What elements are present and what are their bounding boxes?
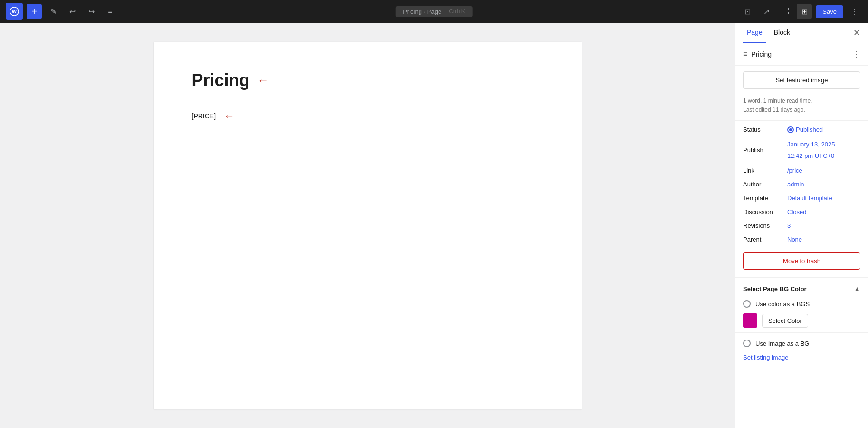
set-featured-image-button[interactable]: Set featured image [743,71,860,89]
breadcrumb-text: Pricing · Page [403,8,441,15]
discussion-value[interactable]: Closed [787,208,806,215]
bg-color-section-title: Select Page BG Color [743,285,807,292]
color-swatch[interactable] [743,313,757,328]
bg-color-section-header[interactable]: Select Page BG Color ▲ [735,280,868,297]
sidebar-section-header: ≡ Pricing ⋮ [735,43,868,66]
use-color-label: Use color as a BGS [755,301,810,308]
main-layout: Pricing ← [PRICE] ← Page Block ✕ ≡ Prici… [0,23,868,428]
set-listing-image-link[interactable]: Set listing image [735,352,868,363]
sidebar-meta: 1 word, 1 minute read time. Last edited … [735,95,868,118]
page-heading: Pricing [192,70,250,90]
author-row: Author admin [735,177,868,191]
redo-button[interactable]: ↪ [84,4,99,19]
use-color-radio[interactable] [743,300,751,308]
view-external-icon[interactable]: ↗ [759,4,774,19]
arrow-indicator-content: ← [223,109,235,123]
template-row: Template Default template [735,191,868,205]
svg-text:W: W [12,9,17,14]
edit-button[interactable]: ✎ [46,4,61,19]
author-label: Author [743,181,783,188]
toolbar-right: ⊡ ↗ ⛶ ⊞ Save ⋮ [740,4,862,19]
tab-page[interactable]: Page [743,23,766,43]
use-color-row: Use color as a BGS [735,297,868,311]
move-to-trash-button[interactable]: Move to trash [743,252,860,270]
discussion-row: Discussion Closed [735,205,868,219]
divider-2 [735,277,868,278]
publish-time: 12:42 pm UTC+0 [787,151,834,161]
revisions-row: Revisions 3 [735,219,868,233]
right-sidebar: Page Block ✕ ≡ Pricing ⋮ Set featured im… [735,23,868,428]
list-view-button[interactable]: ≡ [103,4,118,19]
revisions-value[interactable]: 3 [787,222,791,229]
sidebar-tabs: Page Block ✕ [735,23,868,43]
divider-1 [735,120,868,121]
view-fullscreen-icon[interactable]: ⛶ [778,4,793,19]
template-label: Template [743,195,783,202]
page-content-block: [PRICE] ← [192,109,544,123]
bg-color-chevron-icon: ▲ [854,285,860,292]
page-breadcrumb[interactable]: Pricing · Page Ctrl+K [395,6,473,17]
tab-block[interactable]: Block [770,23,794,43]
use-image-radio[interactable] [743,340,751,347]
link-row: Link /price [735,164,868,177]
meta-word-count: 1 word, 1 minute read time. [743,97,860,106]
save-button[interactable]: Save [816,5,843,18]
meta-edited: Last edited 11 days ago. [743,106,860,115]
close-sidebar-button[interactable]: ✕ [853,28,860,38]
link-label: Link [743,167,783,174]
parent-value[interactable]: None [787,236,802,243]
status-label: Status [743,126,783,133]
parent-label: Parent [743,236,783,243]
page-title-block: Pricing ← [192,70,544,90]
use-image-label: Use Image as a BG [755,340,809,347]
wp-logo[interactable]: W [6,3,23,20]
publish-row: Publish January 13, 2025 12:42 pm UTC+0 [735,136,868,164]
template-value[interactable]: Default template [787,195,832,202]
use-image-row: Use Image as a BG [735,335,868,352]
canvas-area[interactable]: Pricing ← [PRICE] ← [0,23,735,428]
parent-row: Parent None [735,233,868,246]
page-canvas: Pricing ← [PRICE] ← [154,42,582,409]
status-dot-icon [787,126,794,133]
toolbar: W + ✎ ↩ ↪ ≡ Pricing · Page Ctrl+K ⊡ ↗ ⛶ … [0,0,868,23]
link-value[interactable]: /price [787,167,802,174]
publish-label: Publish [743,146,783,154]
status-row: Status Published [735,123,868,136]
arrow-indicator-title: ← [258,74,269,87]
view-desktop-icon[interactable]: ⊡ [740,4,755,19]
section-title: Pricing [751,50,772,58]
more-options-icon[interactable]: ⋮ [847,4,862,19]
shortcut-hint: Ctrl+K [449,8,465,15]
discussion-label: Discussion [743,208,783,215]
revisions-label: Revisions [743,222,783,229]
publish-value[interactable]: January 13, 2025 12:42 pm UTC+0 [787,140,835,160]
view-sidebar-icon[interactable]: ⊞ [797,4,812,19]
publish-date: January 13, 2025 [787,140,835,149]
section-more-icon[interactable]: ⋮ [852,49,860,59]
color-picker-row: Select Color [735,311,868,331]
select-color-button[interactable]: Select Color [762,314,808,328]
add-block-button[interactable]: + [27,4,42,19]
status-value[interactable]: Published [787,126,823,133]
divider-3 [735,332,868,333]
status-text: Published [796,126,823,133]
undo-button[interactable]: ↩ [65,4,80,19]
section-icon: ≡ [743,50,747,58]
page-content-text: [PRICE] [192,112,216,120]
author-value[interactable]: admin [787,181,804,188]
